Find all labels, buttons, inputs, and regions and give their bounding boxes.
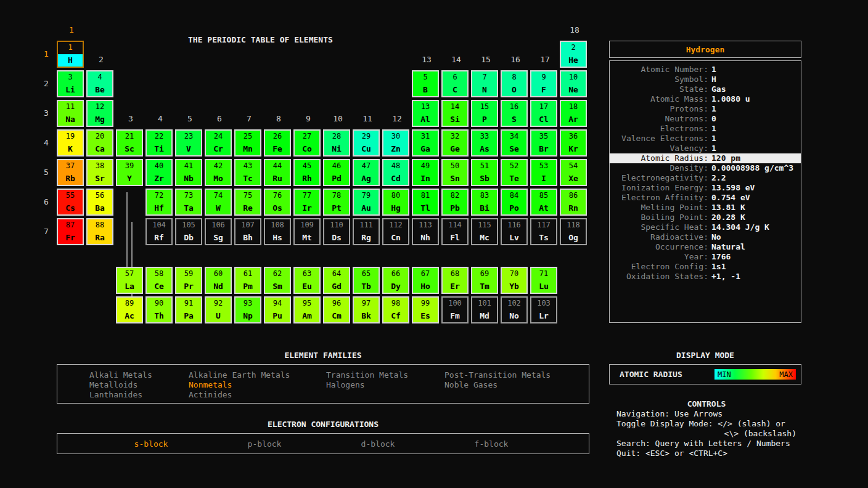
element-cell-Si[interactable]: 14Si [441, 100, 469, 127]
element-cell-Tm[interactable]: 69Tm [471, 267, 498, 294]
element-cell-Sn[interactable]: 50Sn [441, 159, 469, 186]
element-cell-Ag[interactable]: 47Ag [353, 159, 380, 186]
element-cell-Hf[interactable]: 72Hf [145, 189, 173, 216]
element-cell-Mo[interactable]: 42Mo [205, 159, 232, 186]
element-cell-Cs[interactable]: 55Cs [57, 189, 84, 216]
element-cell-I[interactable]: 53I [530, 159, 557, 186]
element-cell-Pa[interactable]: 91Pa [175, 296, 202, 323]
element-cell-Bi[interactable]: 83Bi [471, 189, 498, 216]
element-cell-O[interactable]: 8O [501, 70, 528, 97]
element-cell-B[interactable]: 5B [412, 70, 439, 97]
element-cell-Ce[interactable]: 58Ce [145, 267, 173, 294]
element-cell-Sb[interactable]: 51Sb [471, 159, 498, 186]
element-cell-Sg[interactable]: 106Sg [205, 218, 232, 245]
element-cell-W[interactable]: 74W [205, 189, 232, 216]
element-cell-Tb[interactable]: 65Tb [353, 267, 380, 294]
element-cell-Md[interactable]: 101Md [471, 296, 498, 323]
element-cell-N[interactable]: 7N [471, 70, 498, 97]
element-cell-C[interactable]: 6C [441, 70, 469, 97]
element-cell-Rn[interactable]: 86Rn [560, 189, 587, 216]
element-cell-Ge[interactable]: 32Ge [441, 129, 469, 157]
element-cell-Au[interactable]: 79Au [353, 189, 380, 216]
element-cell-Fm[interactable]: 100Fm [441, 296, 469, 323]
element-cell-Ts[interactable]: 117Ts [530, 218, 557, 245]
element-cell-Ba[interactable]: 56Ba [86, 189, 113, 216]
element-cell-Fr[interactable]: 87Fr [57, 218, 84, 245]
element-cell-Cl[interactable]: 17Cl [530, 100, 557, 127]
element-cell-F[interactable]: 9F [530, 70, 557, 97]
element-cell-Tc[interactable]: 43Tc [234, 159, 261, 186]
element-cell-Pr[interactable]: 59Pr [175, 267, 202, 294]
element-cell-La[interactable]: 57La [116, 267, 143, 294]
element-cell-Zn[interactable]: 30Zn [382, 129, 409, 157]
element-cell-Fe[interactable]: 26Fe [264, 129, 291, 157]
element-cell-Sr[interactable]: 38Sr [86, 159, 113, 186]
element-cell-Cr[interactable]: 24Cr [205, 129, 232, 157]
element-cell-V[interactable]: 23V [175, 129, 202, 157]
element-cell-At[interactable]: 85At [530, 189, 557, 216]
element-cell-Te[interactable]: 52Te [501, 159, 528, 186]
element-cell-Cd[interactable]: 48Cd [382, 159, 409, 186]
element-cell-Tl[interactable]: 81Tl [412, 189, 439, 216]
element-cell-Am[interactable]: 95Am [293, 296, 321, 323]
element-cell-Mc[interactable]: 115Mc [471, 218, 498, 245]
element-cell-Li[interactable]: 3Li [57, 70, 84, 97]
element-cell-Ni[interactable]: 28Ni [323, 129, 350, 157]
element-cell-Ne[interactable]: 10Ne [560, 70, 587, 97]
element-cell-Db[interactable]: 105Db [175, 218, 202, 245]
element-cell-Ho[interactable]: 67Ho [412, 267, 439, 294]
element-cell-Cu[interactable]: 29Cu [353, 129, 380, 157]
element-cell-Po[interactable]: 84Po [501, 189, 528, 216]
element-cell-Eu[interactable]: 63Eu [293, 267, 321, 294]
element-cell-Mt[interactable]: 109Mt [293, 218, 321, 245]
element-cell-Sm[interactable]: 62Sm [264, 267, 291, 294]
element-cell-Ga[interactable]: 31Ga [412, 129, 439, 157]
element-cell-Zr[interactable]: 40Zr [145, 159, 173, 186]
element-cell-Cn[interactable]: 112Cn [382, 218, 409, 245]
element-cell-Al[interactable]: 13Al [412, 100, 439, 127]
element-cell-Nh[interactable]: 113Nh [412, 218, 439, 245]
element-cell-Be[interactable]: 4Be [86, 70, 113, 97]
element-cell-Rb[interactable]: 37Rb [57, 159, 84, 186]
element-cell-Lr[interactable]: 103Lr [530, 296, 557, 323]
element-cell-Y[interactable]: 39Y [116, 159, 143, 186]
element-cell-Br[interactable]: 35Br [530, 129, 557, 157]
element-cell-Ac[interactable]: 89Ac [116, 296, 143, 323]
element-cell-Sc[interactable]: 21Sc [116, 129, 143, 157]
element-cell-Er[interactable]: 68Er [441, 267, 469, 294]
element-cell-Pt[interactable]: 78Pt [323, 189, 350, 216]
element-cell-No[interactable]: 102No [501, 296, 528, 323]
element-cell-Fl[interactable]: 114Fl [441, 218, 469, 245]
element-cell-Dy[interactable]: 66Dy [382, 267, 409, 294]
element-cell-Ti[interactable]: 22Ti [145, 129, 173, 157]
element-cell-Es[interactable]: 99Es [412, 296, 439, 323]
element-cell-Ds[interactable]: 110Ds [323, 218, 350, 245]
element-cell-Pb[interactable]: 82Pb [441, 189, 469, 216]
element-cell-Ar[interactable]: 18Ar [560, 100, 587, 127]
element-cell-Ra[interactable]: 88Ra [86, 218, 113, 245]
element-cell-Cf[interactable]: 98Cf [382, 296, 409, 323]
element-cell-In[interactable]: 49In [412, 159, 439, 186]
element-cell-K[interactable]: 19K [57, 129, 84, 157]
element-cell-Hs[interactable]: 108Hs [264, 218, 291, 245]
element-cell-Ca[interactable]: 20Ca [86, 129, 113, 157]
element-cell-Lu[interactable]: 71Lu [530, 267, 557, 294]
element-cell-Pd[interactable]: 46Pd [323, 159, 350, 186]
element-cell-Og[interactable]: 118Og [560, 218, 587, 245]
element-cell-Ru[interactable]: 44Ru [264, 159, 291, 186]
element-cell-H[interactable]: 1H [57, 41, 84, 68]
element-cell-Kr[interactable]: 36Kr [560, 129, 587, 157]
element-cell-Gd[interactable]: 64Gd [323, 267, 350, 294]
element-cell-Mn[interactable]: 25Mn [234, 129, 261, 157]
element-cell-He[interactable]: 2He [560, 41, 587, 68]
element-cell-Bh[interactable]: 107Bh [234, 218, 261, 245]
element-cell-Rh[interactable]: 45Rh [293, 159, 321, 186]
element-cell-Pu[interactable]: 94Pu [264, 296, 291, 323]
element-cell-Rg[interactable]: 111Rg [353, 218, 380, 245]
element-cell-P[interactable]: 15P [471, 100, 498, 127]
element-cell-Np[interactable]: 93Np [234, 296, 261, 323]
element-cell-Rf[interactable]: 104Rf [145, 218, 173, 245]
element-cell-Ta[interactable]: 73Ta [175, 189, 202, 216]
element-cell-Xe[interactable]: 54Xe [560, 159, 587, 186]
element-cell-Na[interactable]: 11Na [57, 100, 84, 127]
